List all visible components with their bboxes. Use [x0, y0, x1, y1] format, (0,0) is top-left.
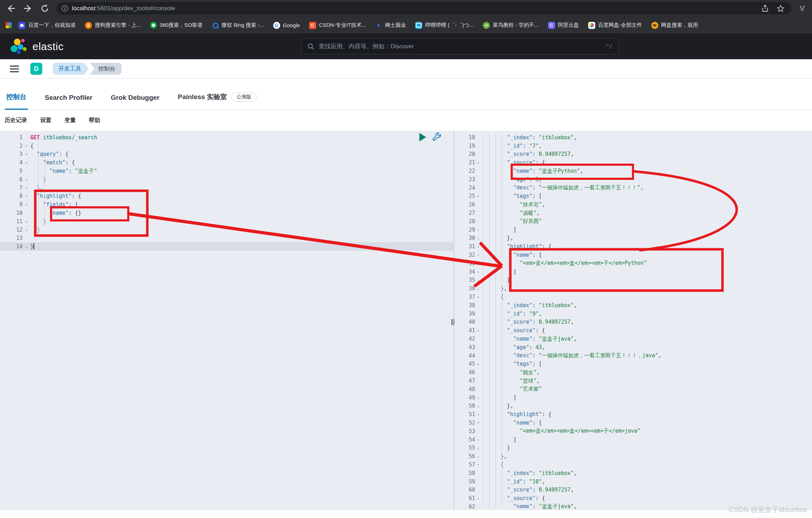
code-line-30[interactable]: 30▴ }, — [455, 234, 812, 243]
apps-grid-icon[interactable] — [6, 22, 12, 28]
menu-hamburger-icon[interactable] — [10, 66, 19, 72]
bookmark-item[interactable]: S搜狗搜索引擎 - 上... — [80, 20, 146, 30]
code-line-39[interactable]: 39 "_id": "9", — [455, 310, 812, 318]
code-line-54[interactable]: 54▴ ] — [455, 435, 812, 444]
console-menu-item[interactable]: 设置 — [40, 117, 51, 124]
tab-painless-实验室[interactable]: Painless 实验室公测版 — [176, 92, 258, 110]
code-line-61[interactable]: 61▾ "_source": { — [455, 494, 812, 502]
bookmark-item[interactable]: C阿里云盘 — [543, 20, 584, 30]
code-line-40[interactable]: 40 "_score": 0.94097257, — [455, 318, 812, 327]
url-bar[interactable]: localhost:5601/app/dev_tools#/console — [56, 2, 792, 14]
fold-toggle-icon[interactable]: ▴ — [475, 228, 481, 232]
code-line-56[interactable]: 56▴ }, — [455, 452, 812, 461]
fold-toggle-icon[interactable]: ▾ — [475, 463, 481, 467]
code-line-1[interactable]: 1GET itbluebox/_search — [0, 133, 453, 142]
code-line-59[interactable]: 59 "_id": "10", — [455, 477, 812, 486]
fold-toggle-icon[interactable]: ▴ — [23, 177, 30, 181]
code-line-43[interactable]: 43 "age": 43, — [455, 343, 812, 352]
code-line-20[interactable]: 20 "_score": 0.94097257, — [455, 150, 812, 159]
forward-icon[interactable] — [22, 2, 34, 14]
code-line-50[interactable]: 50▴ }, — [455, 402, 812, 410]
code-line-45[interactable]: 45▾ "tags": [ — [455, 360, 812, 368]
bookmark-star-icon[interactable] — [775, 2, 787, 14]
bookmark-item[interactable]: 百度一下，你就知道 — [14, 20, 80, 30]
fold-toggle-icon[interactable]: ▾ — [475, 161, 481, 165]
fold-toggle-icon[interactable]: ▴ — [23, 219, 30, 223]
bookmark-item[interactable]: GGoogle — [269, 20, 304, 30]
fold-toggle-icon[interactable]: ▴ — [475, 287, 481, 291]
code-line-60[interactable]: 60 "_score": 0.94097257, — [455, 486, 812, 494]
bookmark-item[interactable]: </>菜鸟教程 - 学的不... — [478, 20, 543, 30]
code-line-21[interactable]: 21▾ "_source": { — [455, 158, 812, 167]
code-line-23[interactable]: 23 "age": 5, — [455, 175, 812, 184]
code-line-14[interactable]: 14▴} — [0, 242, 453, 251]
console-menu-item[interactable]: 历史记录 — [5, 117, 27, 124]
fold-toggle-icon[interactable]: ▴ — [475, 446, 481, 450]
code-line-9[interactable]: 9▾ "fields": { — [0, 200, 453, 209]
code-line-29[interactable]: 29▴ ] — [455, 226, 812, 234]
code-line-6[interactable]: 6▴ } — [0, 175, 453, 184]
code-line-18[interactable]: 18 "_index": "itbluebox", — [455, 133, 812, 142]
code-line-11[interactable]: 11▴ } — [0, 217, 453, 226]
bookmark-item[interactable]: 网盘搜索，就用 — [647, 20, 703, 30]
reload-icon[interactable] — [39, 2, 51, 14]
code-line-27[interactable]: 27 "温暖", — [455, 209, 812, 217]
fold-toggle-icon[interactable]: ▴ — [23, 228, 30, 232]
fold-toggle-icon[interactable]: ▾ — [475, 194, 481, 198]
fold-toggle-icon[interactable]: ▴ — [23, 186, 30, 190]
code-line-12[interactable]: 12▴ } — [0, 226, 453, 234]
code-line-33[interactable]: 33 "<em>蓝</em><em>盒</em><em>子</em>Python… — [455, 259, 812, 268]
fold-toggle-icon[interactable]: ▾ — [23, 152, 30, 156]
fold-toggle-icon[interactable]: ▾ — [23, 203, 30, 207]
code-line-47[interactable]: 47 "篮球", — [455, 377, 812, 385]
code-line-48[interactable]: 48 "艺术家" — [455, 385, 812, 394]
request-options-wrench-icon[interactable] — [432, 132, 442, 142]
send-request-button[interactable] — [419, 133, 426, 141]
fold-toggle-icon[interactable]: ▾ — [475, 253, 481, 257]
fold-toggle-icon[interactable]: ▾ — [475, 245, 481, 249]
code-line-31[interactable]: 31▾ "highlight": { — [455, 242, 812, 251]
code-line-52[interactable]: 52▾ "name": [ — [455, 419, 812, 427]
fold-toggle-icon[interactable]: ▴ — [475, 438, 481, 441]
fold-toggle-icon[interactable]: ▴ — [475, 278, 481, 282]
share-icon[interactable] — [759, 2, 771, 14]
fold-toggle-icon[interactable]: ▾ — [475, 362, 481, 366]
tab-控制台[interactable]: 控制台 — [5, 92, 28, 110]
code-line-28[interactable]: 28 "好东西" — [455, 217, 812, 226]
fold-toggle-icon[interactable]: ▾ — [23, 161, 30, 165]
tab-search-profiler[interactable]: Search Profiler — [43, 94, 94, 110]
space-avatar[interactable]: D — [30, 63, 42, 75]
fold-toggle-icon[interactable]: ▾ — [475, 421, 481, 425]
code-line-51[interactable]: 51▾ "highlight": { — [455, 410, 812, 419]
code-line-36[interactable]: 36▴ }, — [455, 284, 812, 293]
bookmark-item[interactable]: 360搜索，SO靠谱 — [146, 20, 207, 30]
code-line-46[interactable]: 46 "靓女", — [455, 368, 812, 377]
code-line-38[interactable]: 38 "_index": "itbluebox", — [455, 301, 812, 310]
code-line-3[interactable]: 3▾ "query": { — [0, 150, 453, 159]
breadcrumb-item[interactable]: 开发工具 — [53, 63, 89, 75]
extension-v-icon[interactable]: V — [795, 4, 809, 13]
code-line-42[interactable]: 42 "name": "蓝盒子java", — [455, 335, 812, 343]
fold-toggle-icon[interactable]: ▴ — [475, 270, 481, 274]
code-line-10[interactable]: 10 "name": {} — [0, 209, 453, 217]
code-line-44[interactable]: 44 "desc": "一顿操作猛如虎，一看工资两千五！！！，java", — [455, 352, 812, 360]
code-line-4[interactable]: 4▾ "match": { — [0, 158, 453, 167]
code-line-22[interactable]: 22 "name": "蓝盒子Python", — [455, 167, 812, 175]
code-line-19[interactable]: 19 "_id": "7", — [455, 142, 812, 150]
brand-wordmark[interactable]: elastic — [32, 41, 64, 53]
elastic-logo-icon[interactable] — [10, 38, 28, 55]
global-search-input[interactable]: 查找应用、内容等。例如：Discover ^/ — [301, 38, 619, 54]
fold-toggle-icon[interactable]: ▾ — [475, 329, 481, 333]
fold-toggle-icon[interactable]: ▾ — [475, 295, 481, 299]
bookmark-item[interactable]: 微软 Bing 搜索 -... — [207, 20, 269, 30]
code-line-5[interactable]: 5 "name": "蓝盒子" — [0, 167, 453, 175]
code-line-53[interactable]: 53 "<em>蓝</em><em>盒</em><em>子</em>java" — [455, 427, 812, 435]
request-editor[interactable]: 1GET itbluebox/_search2▾{3▾ "query": {4▾… — [0, 131, 453, 510]
code-line-7[interactable]: 7▴ }, — [0, 184, 453, 192]
bookmark-item[interactable]: 稀土掘金 — [370, 20, 411, 30]
fold-toggle-icon[interactable]: ▴ — [475, 396, 481, 400]
console-menu-item[interactable]: 变量 — [64, 117, 76, 124]
bookmark-item[interactable]: CCSDN-专业IT技术... — [304, 20, 370, 30]
fold-toggle-icon[interactable]: ▾ — [475, 496, 481, 500]
code-line-58[interactable]: 58 "_index": "itbluebox", — [455, 469, 812, 477]
